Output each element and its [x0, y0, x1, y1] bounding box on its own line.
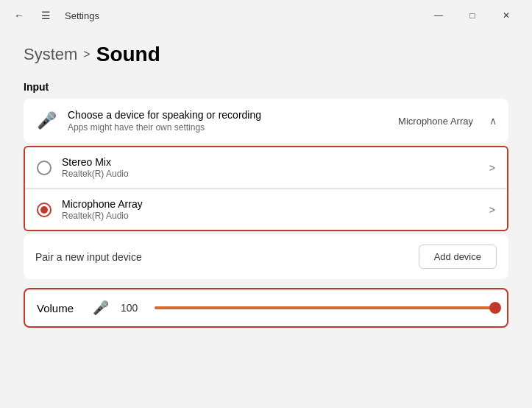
close-button[interactable]: ✕ — [489, 4, 523, 27]
input-section-label: Input — [24, 81, 508, 93]
devices-list: Stereo Mix Realtek(R) Audio > Microphone… — [24, 146, 508, 231]
selected-device-label: Microphone Array — [398, 116, 473, 127]
volume-slider-thumb[interactable] — [489, 302, 501, 314]
choose-device-header[interactable]: 🎤 Choose a device for speaking or record… — [24, 99, 508, 143]
device-item-stereo-mix[interactable]: Stereo Mix Realtek(R) Audio > — [25, 147, 507, 189]
maximize-button[interactable]: □ — [455, 4, 489, 27]
settings-window: ← ☰ Settings — □ ✕ System > Sound Input … — [0, 0, 532, 408]
microphone-array-name: Microphone Array — [62, 198, 479, 210]
microphone-large-icon: 🎤 — [35, 111, 57, 130]
stereo-mix-chevron-icon: > — [489, 162, 495, 174]
volume-mic-icon: 🎤 — [93, 300, 109, 316]
window-controls: — □ ✕ — [422, 4, 523, 27]
breadcrumb-current: Sound — [96, 43, 160, 66]
volume-value: 100 — [121, 302, 143, 314]
microphone-array-chevron-icon: > — [489, 204, 495, 216]
stereo-mix-name: Stereo Mix — [62, 156, 479, 168]
main-content: System > Sound Input 🎤 Choose a device f… — [0, 31, 532, 408]
volume-slider-fill — [155, 306, 495, 309]
microphone-array-info: Microphone Array Realtek(R) Audio — [62, 198, 479, 221]
device-item-microphone-array[interactable]: Microphone Array Realtek(R) Audio > — [25, 189, 507, 230]
minimize-button[interactable]: — — [422, 4, 455, 27]
pair-label: Pair a new input device — [35, 251, 419, 263]
breadcrumb-chevron: > — [83, 48, 90, 61]
choose-device-card: 🎤 Choose a device for speaking or record… — [24, 99, 508, 143]
volume-card: Volume 🎤 100 — [24, 288, 508, 328]
add-device-button[interactable]: Add device — [419, 245, 497, 269]
volume-label: Volume — [37, 302, 81, 314]
volume-slider-track[interactable] — [155, 306, 495, 309]
stereo-mix-info: Stereo Mix Realtek(R) Audio — [62, 156, 479, 179]
stereo-mix-driver: Realtek(R) Audio — [62, 169, 479, 179]
microphone-array-driver: Realtek(R) Audio — [62, 211, 479, 221]
choose-device-subtitle: Apps might have their own settings — [68, 122, 388, 133]
radio-microphone-array — [37, 203, 52, 217]
choose-device-title: Choose a device for speaking or recordin… — [68, 109, 388, 121]
title-bar: ← ☰ Settings — □ ✕ — [0, 0, 532, 31]
radio-inner-dot — [40, 206, 48, 214]
chevron-up-icon: ∧ — [489, 115, 497, 127]
radio-stereo-mix — [37, 161, 52, 175]
back-button[interactable]: ← — [9, 5, 29, 26]
hamburger-button[interactable]: ☰ — [35, 5, 56, 26]
nav-buttons: ← ☰ — [9, 5, 56, 26]
breadcrumb-system[interactable]: System — [24, 45, 77, 64]
pair-row: Pair a new input device Add device — [24, 234, 508, 279]
device-header-text: Choose a device for speaking or recordin… — [68, 109, 388, 133]
window-title: Settings — [65, 10, 99, 21]
breadcrumb: System > Sound — [24, 43, 508, 66]
